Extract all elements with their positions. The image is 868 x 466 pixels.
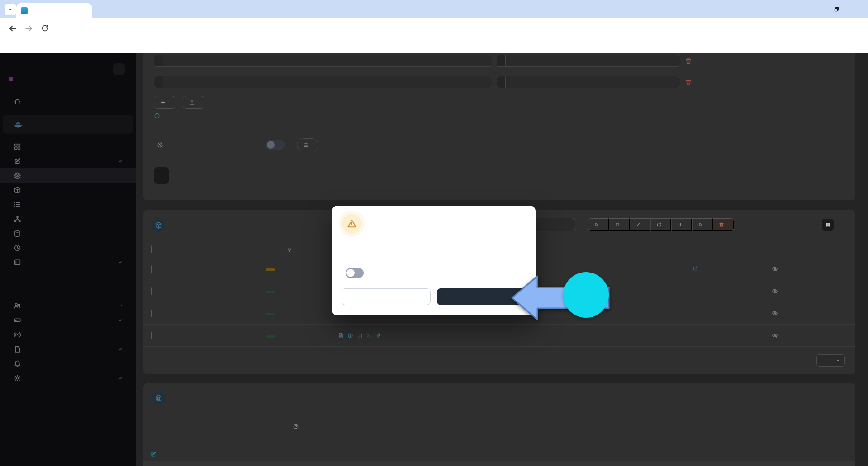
status-badge bbox=[266, 335, 275, 338]
column-header-state[interactable] bbox=[266, 245, 338, 253]
row-checkbox[interactable] bbox=[151, 287, 152, 295]
load-env-file-button[interactable] bbox=[183, 96, 204, 109]
help-icon bbox=[293, 424, 299, 430]
columns-icon bbox=[825, 222, 831, 228]
gear-icon bbox=[14, 374, 21, 382]
sidebar-item-environment-related[interactable] bbox=[0, 313, 136, 327]
start-button[interactable] bbox=[588, 218, 609, 231]
chevron-down-icon bbox=[117, 158, 123, 164]
cancel-button[interactable] bbox=[342, 288, 431, 305]
column-header-ownership[interactable] bbox=[772, 246, 848, 253]
back-icon[interactable] bbox=[8, 24, 17, 33]
info-icon bbox=[154, 113, 160, 119]
column-header-ip[interactable] bbox=[628, 246, 693, 253]
ownership-cell bbox=[772, 332, 848, 339]
step-1-badge bbox=[563, 272, 609, 318]
env-value-input[interactable] bbox=[506, 55, 680, 66]
tab-search-chevron-icon[interactable] bbox=[5, 4, 16, 15]
webhook-toggle-label bbox=[154, 142, 163, 148]
play-icon bbox=[594, 222, 599, 227]
portainer-favicon bbox=[21, 7, 28, 14]
stack-editor-panel bbox=[143, 53, 855, 200]
sidebar-item-host[interactable] bbox=[0, 255, 136, 269]
pause-icon bbox=[677, 222, 683, 227]
chevron-down-icon bbox=[117, 375, 123, 381]
sidebar-item-images[interactable] bbox=[0, 197, 136, 212]
sidebar-item-networks[interactable] bbox=[0, 212, 136, 226]
sidebar-item-volumes[interactable] bbox=[0, 226, 136, 240]
trash-icon[interactable] bbox=[685, 57, 692, 65]
ownership-cell bbox=[772, 266, 848, 272]
row-checkbox[interactable] bbox=[151, 310, 152, 317]
sidebar-item-logs[interactable] bbox=[0, 342, 136, 356]
page-size-select[interactable] bbox=[816, 354, 845, 367]
update-the-stack-button[interactable] bbox=[154, 167, 169, 184]
sidebar-item-registries[interactable] bbox=[0, 327, 136, 342]
add-env-variable-button[interactable] bbox=[154, 96, 175, 109]
stop-icon bbox=[615, 222, 620, 227]
home-icon bbox=[14, 98, 21, 105]
pause-button[interactable] bbox=[671, 218, 692, 231]
sidebar-item-containers[interactable] bbox=[0, 183, 136, 197]
sidebar-item-dashboard[interactable] bbox=[0, 139, 136, 154]
sidebar-collapse-button[interactable] bbox=[113, 63, 125, 75]
business-feature-badge[interactable] bbox=[297, 138, 318, 151]
remove-button[interactable] bbox=[713, 218, 734, 231]
browser-toolbar bbox=[0, 18, 868, 39]
browser-titlebar bbox=[0, 0, 868, 18]
sidebar-item-stacks[interactable] bbox=[0, 168, 136, 183]
sidebar-item-notifications[interactable] bbox=[0, 356, 136, 371]
edit-icon bbox=[150, 451, 157, 457]
window-restore-icon[interactable] bbox=[834, 6, 841, 12]
sidebar-item-templates[interactable] bbox=[0, 154, 136, 168]
slash-icon bbox=[636, 222, 641, 227]
sidebar-item-events[interactable] bbox=[0, 240, 136, 255]
containers-widget-icon bbox=[152, 218, 165, 232]
users-icon bbox=[14, 302, 21, 310]
kill-button[interactable] bbox=[630, 218, 650, 231]
column-header-name[interactable] bbox=[167, 246, 266, 253]
containers-icon bbox=[14, 186, 21, 194]
stop-button[interactable] bbox=[609, 218, 630, 231]
resume-button[interactable] bbox=[692, 218, 713, 231]
sidebar-environment-local[interactable] bbox=[3, 115, 133, 134]
column-header-ports[interactable] bbox=[693, 246, 772, 253]
env-value-input[interactable] bbox=[506, 76, 680, 88]
webhook-toggle[interactable] bbox=[266, 140, 285, 150]
attach-icon[interactable] bbox=[376, 333, 382, 339]
env-value-label bbox=[497, 55, 506, 66]
row-checkbox[interactable] bbox=[151, 332, 152, 339]
table-footer bbox=[143, 346, 855, 374]
funnel-icon bbox=[287, 248, 292, 253]
forward-icon[interactable] bbox=[24, 24, 33, 33]
restart-button[interactable] bbox=[650, 218, 671, 231]
inspect-icon[interactable] bbox=[347, 333, 353, 339]
browser-tab[interactable] bbox=[16, 3, 92, 18]
upload-icon bbox=[189, 99, 195, 105]
chevron-down-icon bbox=[835, 358, 840, 363]
stats-icon[interactable] bbox=[357, 333, 363, 339]
column-header-created[interactable] bbox=[541, 246, 628, 253]
change-ownership-link[interactable] bbox=[150, 451, 160, 457]
row-checkbox[interactable] bbox=[151, 265, 152, 273]
console-icon[interactable] bbox=[366, 333, 372, 339]
env-note bbox=[154, 113, 163, 119]
access-control-widget-icon bbox=[152, 391, 165, 405]
env-name-input[interactable] bbox=[163, 76, 492, 88]
repull-toggle[interactable] bbox=[346, 268, 364, 278]
sidebar-item-settings[interactable] bbox=[0, 371, 136, 385]
sidebar-item-user-related[interactable] bbox=[0, 298, 136, 313]
access-control-panel bbox=[143, 383, 855, 466]
reload-icon[interactable] bbox=[41, 24, 50, 33]
published-port-link[interactable] bbox=[693, 266, 700, 271]
logs-icon[interactable] bbox=[338, 333, 344, 339]
env-name-input[interactable] bbox=[163, 55, 492, 66]
state-filter-button[interactable] bbox=[285, 248, 292, 253]
columns-settings-button[interactable] bbox=[822, 219, 834, 231]
status-badge bbox=[266, 268, 275, 271]
chevron-down-icon bbox=[117, 259, 123, 265]
sidebar-item-home[interactable] bbox=[0, 94, 136, 108]
select-all-checkbox[interactable] bbox=[151, 245, 152, 253]
plus-icon bbox=[160, 99, 166, 105]
trash-icon[interactable] bbox=[685, 79, 692, 86]
